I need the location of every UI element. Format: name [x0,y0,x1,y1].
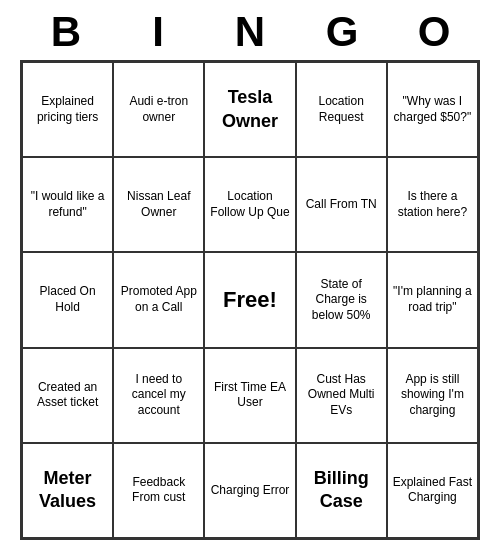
cell-19[interactable]: App is still showing I'm charging [387,348,478,443]
cell-20[interactable]: Meter Values [22,443,113,538]
cell-17[interactable]: First Time EA User [204,348,295,443]
cell-11[interactable]: Promoted App on a Call [113,252,204,347]
bingo-grid: Explained pricing tiersAudi e-tron owner… [20,60,480,540]
letter-b: B [22,8,110,56]
cell-13[interactable]: State of Charge is below 50% [296,252,387,347]
cell-8[interactable]: Call From TN [296,157,387,252]
cell-16[interactable]: I need to cancel my account [113,348,204,443]
cell-1[interactable]: Audi e-tron owner [113,62,204,157]
cell-14[interactable]: "I'm planning a road trip" [387,252,478,347]
cell-23[interactable]: Billing Case [296,443,387,538]
cell-6[interactable]: Nissan Leaf Owner [113,157,204,252]
cell-9[interactable]: Is there a station here? [387,157,478,252]
cell-3[interactable]: Location Request [296,62,387,157]
letter-g: G [298,8,386,56]
cell-12[interactable]: Free! [204,252,295,347]
cell-15[interactable]: Created an Asset ticket [22,348,113,443]
cell-24[interactable]: Explained Fast Charging [387,443,478,538]
cell-4[interactable]: "Why was I charged $50?" [387,62,478,157]
cell-10[interactable]: Placed On Hold [22,252,113,347]
letter-n: N [206,8,294,56]
cell-0[interactable]: Explained pricing tiers [22,62,113,157]
cell-22[interactable]: Charging Error [204,443,295,538]
letter-o: O [390,8,478,56]
cell-21[interactable]: Feedback From cust [113,443,204,538]
cell-2[interactable]: Tesla Owner [204,62,295,157]
bingo-title: B I N G O [20,0,480,60]
letter-i: I [114,8,202,56]
cell-5[interactable]: "I would like a refund" [22,157,113,252]
cell-18[interactable]: Cust Has Owned Multi EVs [296,348,387,443]
cell-7[interactable]: Location Follow Up Que [204,157,295,252]
